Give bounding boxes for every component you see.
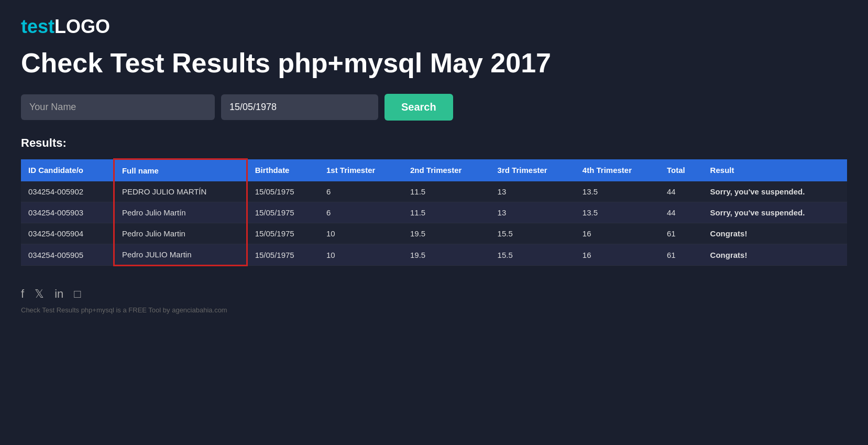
table-cell: 10	[319, 244, 403, 266]
table-cell: 61	[660, 244, 703, 266]
table-row: 034254-005905Pedro JULIO Martin15/05/197…	[21, 244, 847, 266]
table-cell: Pedro Julio Martin	[114, 223, 247, 244]
logo-area: testLOGO	[21, 16, 847, 38]
table-cell: 13	[490, 181, 575, 202]
table-cell: 13.5	[575, 181, 660, 202]
table-row: 034254-005903Pedro Julio Martín15/05/197…	[21, 202, 847, 223]
linkedin-icon[interactable]: in	[54, 287, 63, 301]
footer-text: Check Test Results php+mysql is a FREE T…	[21, 306, 847, 314]
logo-logo: LOGO	[54, 16, 110, 37]
col-header-t1: 1st Trimester	[319, 159, 403, 182]
table-cell: 034254-005902	[21, 181, 114, 202]
instagram-icon[interactable]: □	[74, 287, 81, 301]
table-cell: 034254-005903	[21, 202, 114, 223]
table-cell: 034254-005905	[21, 244, 114, 266]
table-cell: 034254-005904	[21, 223, 114, 244]
table-cell: 15/05/1975	[247, 244, 319, 266]
col-header-total: Total	[660, 159, 703, 182]
table-cell: 61	[660, 223, 703, 244]
table-cell: Pedro JULIO Martin	[114, 244, 247, 266]
col-header-id: ID Candidate/o	[21, 159, 114, 182]
results-label: Results:	[21, 136, 847, 150]
social-icons: f 𝕏 in □	[21, 287, 847, 301]
table-cell: 16	[575, 223, 660, 244]
table-cell: 6	[319, 202, 403, 223]
col-header-t4: 4th Trimester	[575, 159, 660, 182]
table-cell: 15.5	[490, 244, 575, 266]
table-cell: PEDRO JULIO MARTÍN	[114, 181, 247, 202]
table-row: 034254-005902PEDRO JULIO MARTÍN15/05/197…	[21, 181, 847, 202]
facebook-icon[interactable]: f	[21, 287, 24, 301]
table-cell: 13	[490, 202, 575, 223]
table-cell: 44	[660, 181, 703, 202]
logo-test: test	[21, 16, 54, 37]
results-table: ID Candidate/o Full name Birthdate 1st T…	[21, 158, 847, 266]
search-button[interactable]: Search	[384, 94, 453, 121]
search-form: Search	[21, 94, 847, 121]
table-cell: 19.5	[403, 223, 490, 244]
table-cell: 16	[575, 244, 660, 266]
table-cell: Congrats!	[703, 223, 847, 244]
col-header-t3: 3rd Trimester	[490, 159, 575, 182]
col-header-t2: 2nd Trimester	[403, 159, 490, 182]
table-cell: 15/05/1975	[247, 223, 319, 244]
twitter-icon[interactable]: 𝕏	[35, 287, 44, 301]
table-cell: Pedro Julio Martín	[114, 202, 247, 223]
table-cell: Congrats!	[703, 244, 847, 266]
table-cell: Sorry, you've suspended.	[703, 202, 847, 223]
col-header-result: Result	[703, 159, 847, 182]
date-input[interactable]	[221, 94, 378, 120]
table-row: 034254-005904Pedro Julio Martin15/05/197…	[21, 223, 847, 244]
table-cell: 15/05/1975	[247, 181, 319, 202]
col-header-birthdate: Birthdate	[247, 159, 319, 182]
table-cell: 19.5	[403, 244, 490, 266]
table-cell: 6	[319, 181, 403, 202]
table-cell: 11.5	[403, 202, 490, 223]
table-cell: 15.5	[490, 223, 575, 244]
name-input[interactable]	[21, 94, 215, 120]
table-cell: 10	[319, 223, 403, 244]
table-cell: Sorry, you've suspended.	[703, 181, 847, 202]
table-cell: 44	[660, 202, 703, 223]
table-cell: 11.5	[403, 181, 490, 202]
page-title: Check Test Results php+mysql May 2017	[21, 48, 847, 78]
col-header-fullname: Full name	[114, 159, 247, 182]
table-cell: 15/05/1975	[247, 202, 319, 223]
footer: f 𝕏 in □ Check Test Results php+mysql is…	[21, 287, 847, 314]
table-cell: 13.5	[575, 202, 660, 223]
